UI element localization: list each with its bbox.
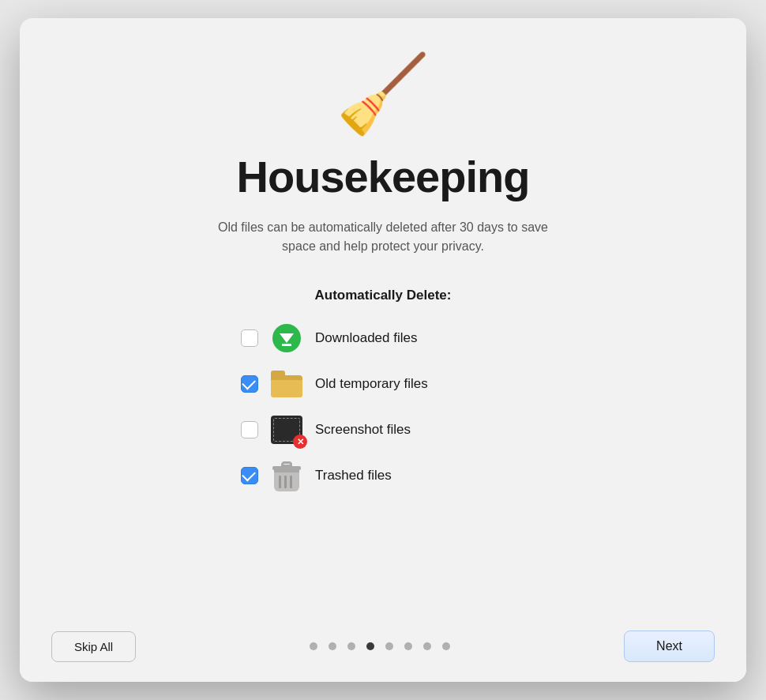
screenshot-checkbox[interactable]	[241, 421, 258, 438]
dot-5	[385, 642, 393, 650]
checklist: Downloaded files Old temporary files	[241, 322, 525, 491]
downloaded-checkbox[interactable]	[241, 329, 258, 347]
broom-icon: 🧹	[336, 56, 430, 132]
housekeeping-dialog: 🧹 Housekeeping Old files can be automati…	[20, 18, 746, 682]
trashed-label: Trashed files	[315, 468, 392, 484]
dot-1	[310, 642, 317, 650]
downloaded-label: Downloaded files	[315, 330, 417, 346]
downloaded-files-item[interactable]: Downloaded files	[241, 322, 417, 354]
screenshot-files-item[interactable]: ✕ Screenshot files	[241, 414, 411, 446]
dot-6	[404, 642, 412, 650]
folder-icon	[271, 368, 302, 400]
dot-7	[423, 642, 431, 650]
dot-2	[329, 642, 336, 650]
auto-delete-label: Automatically Delete:	[315, 288, 452, 303]
screenshot-label: Screenshot files	[315, 422, 411, 438]
next-button[interactable]: Next	[624, 630, 715, 662]
skip-all-button[interactable]: Skip All	[51, 631, 136, 662]
subtitle-text: Old files can be automatically deleted a…	[217, 218, 549, 256]
content-area: 🧹 Housekeeping Old files can be automati…	[20, 18, 746, 611]
bottom-bar: Skip All Next	[20, 611, 746, 682]
dot-4	[366, 642, 374, 650]
screenshot-icon: ✕	[271, 414, 302, 446]
page-title: Housekeeping	[237, 151, 530, 202]
trashed-checkbox[interactable]	[241, 467, 258, 484]
temporary-files-item[interactable]: Old temporary files	[241, 368, 428, 400]
temporary-checkbox[interactable]	[241, 375, 258, 393]
trashed-files-item[interactable]: Trashed files	[241, 460, 392, 491]
pagination-dots	[310, 642, 450, 650]
temporary-label: Old temporary files	[315, 376, 428, 392]
trash-icon	[271, 460, 302, 491]
dot-3	[347, 642, 355, 650]
dot-8	[442, 642, 450, 650]
download-icon	[271, 322, 302, 354]
